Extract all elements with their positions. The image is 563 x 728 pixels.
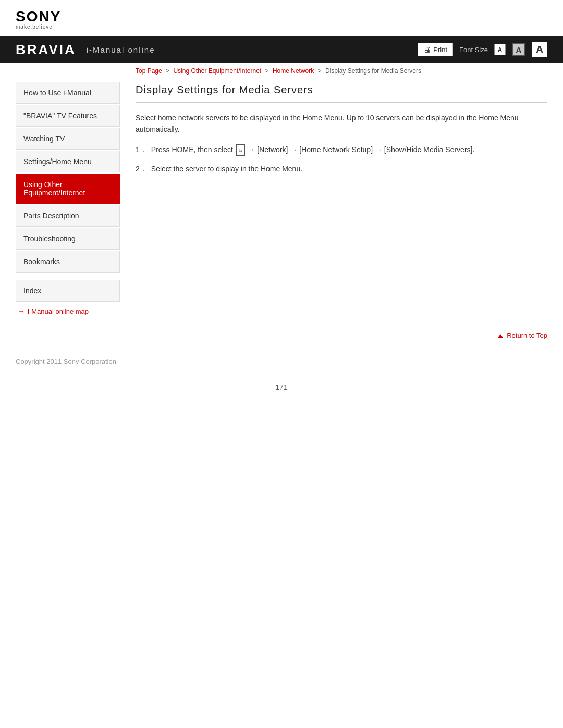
sony-logo: SONY make.believe (16, 9, 547, 30)
sidebar-item-watching-tv[interactable]: Watching TV (16, 128, 120, 150)
page-number: 171 (0, 373, 563, 402)
sidebar-item-index[interactable]: Index (16, 280, 120, 302)
content-area: Display Settings for Media Servers Selec… (136, 82, 547, 315)
step-2: 2． Select the server to display in the H… (136, 163, 547, 175)
print-label: Print (433, 46, 447, 54)
return-to-top-link[interactable]: Return to Top (498, 331, 547, 339)
step-1-text: Press HOME, then select ⌂ → [Network] → … (151, 144, 547, 156)
breadcrumb-current: Display Settings for Media Servers (325, 67, 421, 75)
breadcrumb: Top Page > Using Other Equipment/Interne… (0, 63, 563, 77)
breadcrumb-home-network[interactable]: Home Network (273, 67, 314, 75)
step-2-num: 2． (136, 163, 147, 175)
font-large-button[interactable]: A (532, 42, 547, 57)
map-link-label: i-Manual online map (28, 307, 89, 315)
content-body: Select home network servers to be displa… (136, 112, 547, 175)
sidebar-item-bravia-features[interactable]: "BRAVIA" TV Features (16, 105, 120, 127)
sidebar-item-using-other[interactable]: Using Other Equipment/Internet (16, 174, 120, 204)
sidebar-item-troubleshooting[interactable]: Troubleshooting (16, 228, 120, 250)
breadcrumb-equipment[interactable]: Using Other Equipment/Internet (173, 67, 261, 75)
return-to-top-bar: Return to Top (0, 326, 563, 344)
page-title: Display Settings for Media Servers (136, 84, 547, 103)
arrow-right-icon: → (18, 307, 25, 315)
sidebar-item-bookmarks[interactable]: Bookmarks (16, 251, 120, 273)
step-1: 1． Press HOME, then select ⌂ → [Network]… (136, 144, 547, 156)
sidebar-item-how-to-use[interactable]: How to Use i-Manual (16, 82, 120, 104)
bravia-left: BRAVIA i-Manual online (16, 42, 155, 58)
bravia-subtitle: i-Manual online (87, 45, 155, 54)
bravia-bar: BRAVIA i-Manual online 🖨 Print Font Size… (0, 36, 563, 63)
sidebar-item-parts[interactable]: Parts Description (16, 205, 120, 227)
sony-tagline: make.believe (16, 24, 547, 30)
footer: Copyright 2011 Sony Corporation (0, 350, 563, 373)
steps-list: 1． Press HOME, then select ⌂ → [Network]… (136, 144, 547, 175)
home-icon: ⌂ (236, 144, 245, 156)
breadcrumb-sep2: > (265, 67, 269, 75)
sidebar: How to Use i-Manual "BRAVIA" TV Features… (16, 82, 120, 315)
copyright-text: Copyright 2011 Sony Corporation (16, 357, 116, 365)
main-container: How to Use i-Manual "BRAVIA" TV Features… (0, 82, 563, 315)
step-2-text: Select the server to display in the Home… (151, 163, 547, 175)
imanual-map-link[interactable]: → i-Manual online map (16, 307, 120, 315)
bravia-right: 🖨 Print Font Size A A A (418, 42, 547, 57)
triangle-up-icon (498, 334, 503, 338)
bravia-logo: BRAVIA (16, 42, 76, 58)
print-button[interactable]: 🖨 Print (418, 43, 453, 56)
breadcrumb-top-page[interactable]: Top Page (136, 67, 162, 75)
print-icon: 🖨 (423, 45, 431, 54)
step-1-num: 1． (136, 144, 147, 156)
font-medium-button[interactable]: A (512, 43, 525, 56)
breadcrumb-sep1: > (166, 67, 169, 75)
return-to-top-label: Return to Top (507, 331, 547, 339)
sony-logo-text: SONY (16, 9, 547, 24)
font-small-button[interactable]: A (494, 44, 506, 55)
breadcrumb-sep3: > (318, 67, 322, 75)
top-bar: SONY make.believe (0, 0, 563, 36)
intro-paragraph: Select home network servers to be displa… (136, 112, 547, 135)
font-size-label: Font Size (459, 46, 488, 54)
sidebar-item-settings[interactable]: Settings/Home Menu (16, 151, 120, 172)
